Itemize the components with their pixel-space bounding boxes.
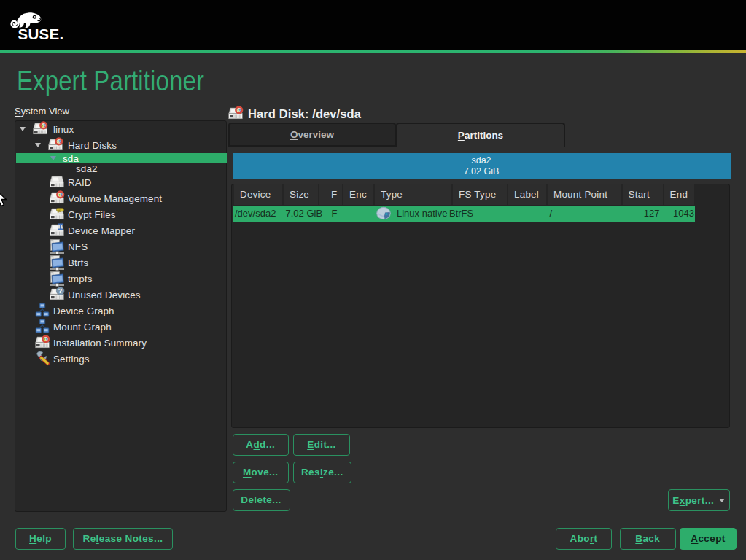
svg-text:SUSE.: SUSE. bbox=[18, 26, 64, 42]
